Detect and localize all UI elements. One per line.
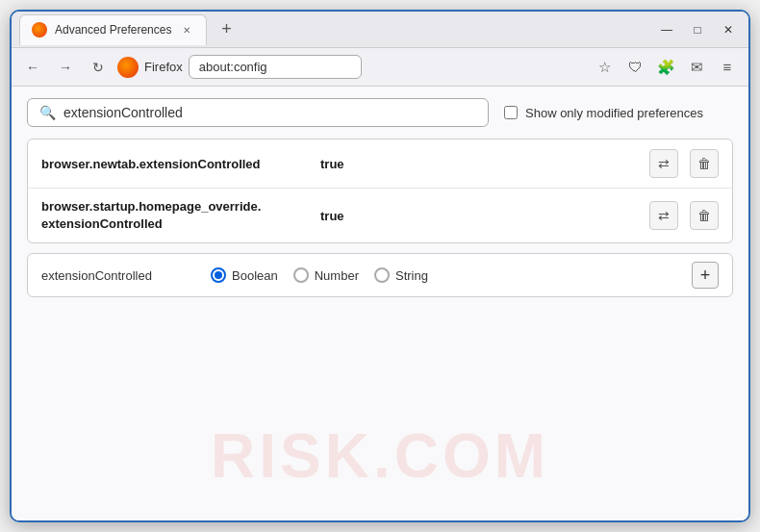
tab-close-button[interactable]: ✕ [179, 22, 194, 38]
add-pref-button[interactable]: + [692, 262, 719, 289]
content-area: RISK.COM 🔍 Show only modified preference… [12, 87, 748, 520]
radio-boolean[interactable]: Boolean [211, 267, 278, 283]
back-button[interactable]: ← [19, 54, 46, 81]
tab-area: Advanced Preferences ✕ + [19, 14, 650, 45]
table-row: browser.startup.homepage_override. exten… [28, 189, 732, 242]
active-tab[interactable]: Advanced Preferences ✕ [19, 14, 207, 45]
radio-string-label: String [395, 268, 428, 283]
nav-icons: ☆ 🛡 🧩 ✉ ≡ [591, 54, 741, 81]
reload-button[interactable]: ↻ [85, 54, 112, 81]
trash-icon-2: 🗑 [697, 208, 711, 223]
radio-number-label: Number [315, 268, 359, 283]
delete-pref-1-button[interactable]: 🗑 [690, 149, 719, 178]
pocket-button[interactable]: 🛡 [621, 54, 648, 81]
radio-boolean-circle [211, 267, 226, 283]
radio-string[interactable]: String [374, 267, 428, 283]
mail-button[interactable]: ✉ [683, 54, 710, 81]
pref-name-2-line2: extensionControlled [41, 216, 163, 231]
firefox-tab-icon [32, 22, 47, 38]
reset-pref-2-button[interactable]: ⇄ [649, 201, 678, 230]
minimize-button[interactable]: — [654, 19, 679, 40]
address-text: about:config [199, 60, 267, 74]
address-bar[interactable]: about:config [189, 55, 362, 79]
radio-number-circle [293, 267, 309, 283]
window-controls: — □ ✕ [654, 19, 741, 40]
forward-button[interactable]: → [52, 54, 79, 81]
new-tab-button[interactable]: + [213, 16, 240, 43]
site-name: Firefox [144, 60, 183, 74]
search-input[interactable] [63, 105, 476, 120]
search-icon: 🔍 [39, 105, 56, 120]
pref-name-1: browser.newtab.extensionControlled [41, 157, 309, 171]
title-bar: Advanced Preferences ✕ + — □ ✕ [12, 12, 748, 48]
pref-search-box[interactable]: 🔍 [27, 98, 489, 127]
reset-icon-2: ⇄ [658, 208, 670, 223]
menu-button[interactable]: ≡ [714, 54, 741, 81]
pref-name-2: browser.startup.homepage_override. exten… [41, 198, 309, 233]
bookmark-button[interactable]: ☆ [591, 54, 618, 81]
modified-checkbox[interactable] [504, 106, 518, 119]
search-row: 🔍 Show only modified preferences [27, 98, 733, 127]
add-pref-row: extensionControlled Boolean Number Strin… [27, 253, 733, 297]
pref-value-1: true [320, 157, 359, 171]
browser-window: Advanced Preferences ✕ + — □ ✕ ← → ↻ Fir… [10, 10, 750, 522]
delete-pref-2-button[interactable]: 🗑 [690, 201, 719, 230]
nav-bar: ← → ↻ Firefox about:config ☆ 🛡 🧩 ✉ ≡ [12, 48, 748, 87]
results-table: browser.newtab.extensionControlled true … [27, 139, 733, 243]
reset-pref-1-button[interactable]: ⇄ [649, 149, 678, 178]
firefox-logo [117, 57, 139, 78]
reset-icon-1: ⇄ [658, 156, 670, 171]
trash-icon-1: 🗑 [697, 156, 711, 171]
close-button[interactable]: ✕ [716, 19, 741, 40]
pref-name-2-line1: browser.startup.homepage_override. [41, 199, 261, 214]
modified-check-label[interactable]: Show only modified preferences [504, 106, 703, 120]
watermark: RISK.COM [211, 420, 549, 492]
extension-button[interactable]: 🧩 [652, 54, 679, 81]
new-pref-name: extensionControlled [41, 268, 195, 283]
pref-value-2: true [320, 209, 359, 223]
radio-boolean-label: Boolean [232, 268, 278, 283]
tab-label: Advanced Preferences [55, 23, 171, 37]
radio-group: Boolean Number String [211, 267, 428, 283]
maximize-button[interactable]: □ [685, 19, 710, 40]
table-row: browser.newtab.extensionControlled true … [28, 139, 732, 189]
radio-number[interactable]: Number [293, 267, 359, 283]
radio-string-circle [374, 267, 390, 283]
modified-check-text: Show only modified preferences [525, 106, 703, 120]
